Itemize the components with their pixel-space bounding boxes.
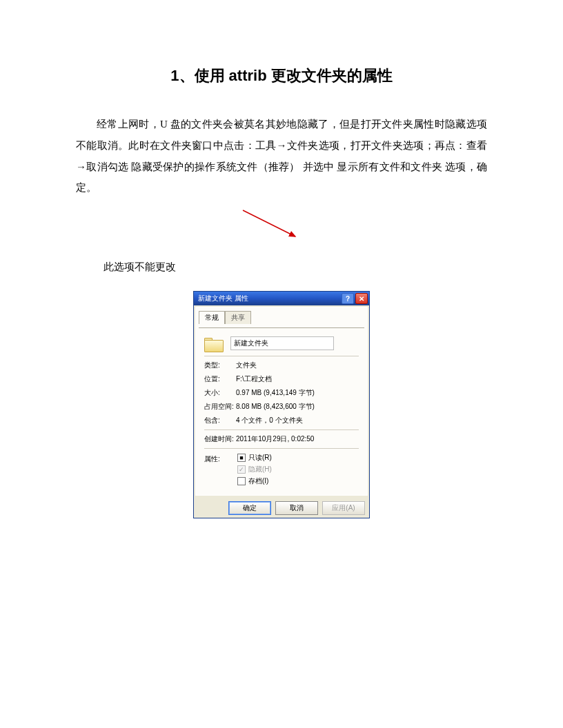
dialog-tabs: 常规 共享 [199, 310, 364, 323]
checkbox-hidden: ✓隐藏(H) [237, 465, 359, 474]
properties-dialog: 新建文件夹 属性 ? ✕ 常规 共享 新建文件夹 类型:文件夹 位置:F:\工程… [193, 291, 370, 518]
page-title: 1、使用 attrib 更改文件夹的属性 [76, 65, 487, 86]
cancel-button[interactable]: 取消 [275, 501, 318, 515]
dialog-title-text: 新建文件夹 属性 [198, 294, 340, 303]
tab-general[interactable]: 常规 [199, 311, 225, 324]
svg-line-0 [243, 210, 295, 236]
arrow-icon [241, 209, 304, 243]
label-location: 位置: [204, 374, 236, 384]
value-sizeondisk: 8.08 MB (8,423,600 字节) [236, 402, 359, 412]
value-created: 2011年10月29日, 0:02:50 [236, 434, 359, 444]
checkbox-readonly-label: 只读(R) [248, 453, 272, 463]
checkbox-archive[interactable]: 存档(I) [237, 476, 359, 486]
label-type: 类型: [204, 361, 236, 370]
folder-name-field[interactable]: 新建文件夹 [230, 336, 334, 350]
value-contains: 4 个文件，0 个文件夹 [236, 416, 359, 425]
label-contains: 包含: [204, 416, 236, 425]
label-created: 创建时间: [204, 434, 236, 444]
checkbox-archive-label: 存档(I) [248, 476, 268, 486]
apply-button: 应用(A) [322, 501, 365, 515]
value-size: 0.97 MB (9,413,149 字节) [236, 388, 359, 398]
checkbox-hidden-label: 隐藏(H) [248, 465, 272, 474]
folder-icon [204, 335, 224, 352]
tab-share[interactable]: 共享 [225, 311, 251, 324]
arrow-caption: 此选项不能更改 [103, 261, 487, 274]
value-location: F:\工程文档 [236, 374, 359, 384]
arrow-annotation [76, 209, 487, 247]
close-button[interactable]: ✕ [355, 293, 368, 304]
dialog-titlebar[interactable]: 新建文件夹 属性 ? ✕ [194, 292, 369, 305]
label-sizeondisk: 占用空间: [204, 402, 236, 412]
help-button[interactable]: ? [342, 293, 354, 304]
label-size: 大小: [204, 388, 236, 398]
body-paragraph: 经常上网时，U 盘的文件夹会被莫名其妙地隐藏了，但是打开文件夹属性时隐藏选项不能… [76, 114, 487, 199]
value-type: 文件夹 [236, 361, 359, 370]
label-attributes: 属性: [204, 453, 236, 488]
checkbox-readonly[interactable]: ■只读(R) [237, 453, 359, 463]
ok-button[interactable]: 确定 [228, 501, 271, 515]
